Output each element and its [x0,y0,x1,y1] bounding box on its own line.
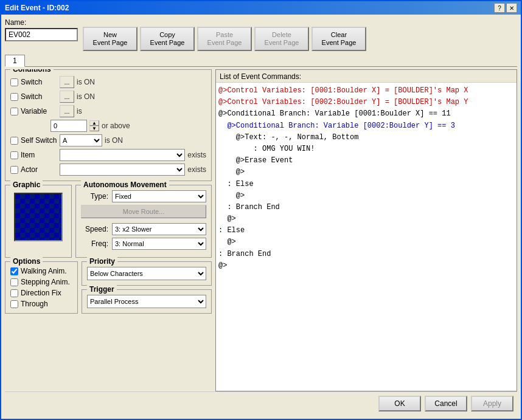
selfswitch-dropdown[interactable]: ABCD [60,134,102,146]
priority-label: Priority [87,257,117,266]
priority-trigger-col: Priority Below Characters Same as Charac… [82,261,212,314]
condition-selfswitch-row: Self Switch ABCD is ON [10,134,206,146]
switch2-dots-button[interactable]: ... [60,91,74,103]
cmd-line: @> [218,260,514,272]
graphic-group: Graphic [5,185,72,258]
conditions-label: Conditions [10,69,54,74]
item-dropdown[interactable] [60,149,185,161]
cmd-line: @>Conditional Branch: Variable [0001:Bou… [218,108,514,120]
option-walking-row: Walking Anim. [10,267,72,275]
through-checkbox[interactable] [10,300,18,308]
walking-anim-checkbox[interactable] [10,267,18,275]
stepping-anim-label: Stepping Anim. [21,278,70,286]
priority-group: Priority Below Characters Same as Charac… [82,261,212,286]
condition-actor-row: Actor exists [10,164,206,176]
graphic-canvas[interactable] [14,193,63,241]
item-checkbox[interactable] [10,151,18,159]
main-content: Conditions Switch ... is ON Switch [5,69,517,391]
switch1-ison: is ON [77,78,95,86]
actor-label: Actor [21,165,57,174]
move-route-button[interactable]: Move Route... [81,205,206,218]
variable-spinner-buttons: ▲ ▼ [89,120,99,131]
option-through-row: Through [10,300,72,308]
direction-fix-label: Direction Fix [21,289,61,297]
main-window: Edit Event - ID:002 ? ✕ Name: NewEvent P… [0,0,522,420]
options-group: Options Walking Anim. Stepping Anim. Dir… [5,261,78,314]
trigger-dropdown[interactable]: Action Button Player Touch Event Touch A… [87,295,206,308]
tab-1[interactable]: 1 [5,55,25,67]
cmd-line: : Branch End [218,249,514,260]
selfswitch-checkbox[interactable] [10,137,18,145]
switch2-checkbox[interactable] [10,93,18,101]
top-row: Name: NewEvent Page CopyEvent Page Paste… [5,18,517,51]
cmd-line: @> [218,236,514,248]
help-button[interactable]: ? [494,3,505,13]
item-label: Item [21,151,57,159]
variable-dots-button[interactable]: ... [60,105,74,117]
paste-event-page-button[interactable]: PasteEvent Page [197,27,252,51]
options-label: Options [10,257,43,266]
window-body: Name: NewEvent Page CopyEvent Page Paste… [1,15,521,419]
condition-switch1-row: Switch ... is ON [10,76,206,88]
stepping-anim-checkbox[interactable] [10,278,18,286]
left-panel: Conditions Switch ... is ON Switch [5,69,212,391]
ok-button[interactable]: OK [378,396,421,411]
spinner-down-button[interactable]: ▼ [89,126,99,131]
cmd-line: : Else [218,225,514,236]
cmd-line: @> [218,213,514,225]
cmd-line: @>Control Variables: [0001:Boulder X] = … [218,85,514,97]
selfswitch-label: Self Switch [21,136,57,145]
auton-speed-label: Speed: [81,225,108,233]
cmd-line: @> [218,167,514,178]
close-button[interactable]: ✕ [506,3,517,13]
condition-item-row: Item exists [10,149,206,161]
variable-label: Variable [21,107,57,115]
title-bar: Edit Event - ID:002 ? ✕ [1,1,521,15]
switch2-label: Switch [21,92,57,101]
auton-type-dropdown[interactable]: Fixed Random Approach Custom [112,190,206,202]
option-direction-row: Direction Fix [10,289,72,297]
priority-dropdown[interactable]: Below Characters Same as Characters Abov… [87,267,206,280]
name-section: Name: [5,18,78,41]
autonomous-movement-group: Autonomous Movement Type: Fixed Random A… [75,185,212,258]
commands-label: List of Event Commands: [216,70,517,83]
graphic-label: Graphic [10,181,43,189]
cancel-button[interactable]: Cancel [425,396,467,411]
actor-exists: exists [187,165,206,174]
variable-checkbox[interactable] [10,108,18,115]
auton-type-label: Type: [81,192,108,201]
switch1-dots-button[interactable]: ... [60,76,74,88]
direction-fix-checkbox[interactable] [10,289,18,297]
window-title: Edit Event - ID:002 [5,4,69,12]
option-stepping-row: Stepping Anim. [10,278,72,286]
apply-button[interactable]: Apply [471,396,513,411]
through-label: Through [21,300,48,308]
title-bar-controls: ? ✕ [494,3,517,13]
new-event-page-button[interactable]: NewEvent Page [83,27,137,51]
or-above-label: or above [102,122,130,130]
trigger-label: Trigger [87,285,117,294]
actor-checkbox[interactable] [10,166,18,174]
variable-spinner-row: ▲ ▼ or above [50,120,206,132]
name-input[interactable] [5,28,78,41]
trigger-row: Action Button Player Touch Event Touch A… [87,295,206,308]
variable-value-input[interactable] [50,120,87,132]
spinner-up-button[interactable]: ▲ [89,120,99,126]
autonomous-movement-label: Autonomous Movement [81,181,169,189]
delete-event-page-button[interactable]: DeleteEvent Page [254,27,309,51]
copy-event-page-button[interactable]: CopyEvent Page [140,27,195,51]
auton-freq-dropdown[interactable]: 1: Lowest 2: Lower 3: Normal 4: Higher 5… [112,238,206,250]
auton-speed-dropdown[interactable]: 1: x8 Slower 2: x4 Slower 3: x2 Slower 4… [112,223,206,235]
condition-variable-row: Variable ... is [10,105,206,117]
trigger-group: Trigger Action Button Player Touch Event… [82,289,212,314]
cmd-line: @>Control Variables: [0002:Boulder Y] = … [218,97,514,108]
auton-freq-label: Freq: [81,239,108,248]
switch1-label: Switch [21,78,57,86]
commands-list[interactable]: @>Control Variables: [0001:Boulder X] = … [216,83,517,391]
switch1-checkbox[interactable] [10,78,18,86]
switch2-ison: is ON [77,92,95,101]
actor-dropdown[interactable] [60,164,185,176]
cmd-line: @>Erase Event [218,155,514,167]
clear-event-page-button[interactable]: ClearEvent Page [311,27,366,51]
cmd-line: : OMG YOU WIN! [218,143,514,155]
